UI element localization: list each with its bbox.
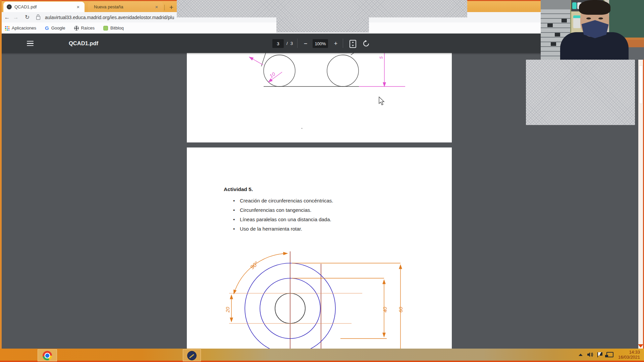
lock-icon xyxy=(36,16,40,20)
taskbar-qcad-icon[interactable] xyxy=(187,351,197,360)
dimension-label-20: 20 xyxy=(225,307,230,313)
apps-grid-icon xyxy=(5,26,9,31)
page-count: / 3 xyxy=(286,41,293,46)
taskbar-clock[interactable]: 14:33 16/03/2021 xyxy=(618,350,640,360)
speaker-icon[interactable] xyxy=(587,352,593,358)
bookmark-label: Aplicaciones xyxy=(12,25,36,31)
forward-button[interactable]: → xyxy=(11,14,20,21)
tab-close-icon[interactable]: × xyxy=(75,4,81,10)
globe-icon xyxy=(74,26,79,31)
zoom-in-button[interactable]: + xyxy=(331,39,340,48)
bookmark-raices[interactable]: Raíces xyxy=(74,25,95,31)
webcam-video xyxy=(541,0,644,60)
clock-time: 14:33 xyxy=(618,350,640,355)
drawer-cell xyxy=(555,33,560,37)
tab-title: QCAD1.pdf xyxy=(14,4,75,9)
tab-separator xyxy=(164,5,165,10)
bookmark-bitbloq[interactable]: Bitbloq xyxy=(103,25,124,31)
zoom-level[interactable]: 100% xyxy=(313,39,328,48)
drawer-cell xyxy=(547,23,553,27)
bookmark-aplicaciones[interactable]: Aplicaciones xyxy=(0,25,36,31)
person-hair xyxy=(579,0,610,15)
bookmark-label: Bitbloq xyxy=(110,25,124,31)
network-icon[interactable] xyxy=(606,352,613,357)
url-text[interactable]: aulavirtual33.educa.madrid.org/ies.aveni… xyxy=(45,15,174,20)
back-button[interactable]: ← xyxy=(3,14,11,21)
pdf-page-3-main: Actividad 5. • Creación de circunferenci… xyxy=(187,147,452,349)
drawer-cell xyxy=(561,19,567,22)
mouse-cursor xyxy=(378,97,386,107)
concentric-circles-drawing: 20 40 60 90° xyxy=(187,147,452,349)
drawer-cell xyxy=(551,42,556,46)
person-eye xyxy=(598,17,603,19)
reload-button[interactable]: ↻ xyxy=(23,14,32,21)
bookmark-label: Google xyxy=(51,25,65,31)
system-tray: 14:33 16/03/2021 xyxy=(579,349,644,361)
partial-dimension-label: 5 xyxy=(379,56,384,59)
window-left-border xyxy=(0,0,2,349)
scrollbar-thumb[interactable] xyxy=(639,65,643,104)
pdf-page-3-top: 10 5 xyxy=(187,53,452,142)
radius-dimension-label: 10 xyxy=(268,71,276,79)
zoom-out-button[interactable]: − xyxy=(301,39,310,48)
screen: QCAD1.pdf × Nueva pestaña × + ← → ↻ aula… xyxy=(0,0,644,362)
rotate-button[interactable] xyxy=(362,40,370,49)
angle-dimension-label: 90° xyxy=(249,260,260,270)
pdf-menu-button[interactable] xyxy=(27,41,34,46)
bookmark-label: Raíces xyxy=(81,25,95,31)
dimension-label-40: 40 xyxy=(382,307,388,312)
scrollbar-down-arrow-icon[interactable] xyxy=(638,344,643,348)
action-center-flag-icon[interactable] xyxy=(597,352,602,357)
new-tab-button[interactable]: + xyxy=(167,3,176,12)
dimension-label-60: 60 xyxy=(398,307,404,312)
redacted-region-toolbar xyxy=(276,17,369,33)
redacted-region-top xyxy=(177,0,467,17)
tab-qcad1-pdf[interactable]: QCAD1.pdf × xyxy=(3,2,85,12)
stray-dot xyxy=(302,128,303,129)
taskbar-chrome-icon[interactable] xyxy=(43,351,52,360)
google-g-icon: G xyxy=(45,25,49,31)
tab-close-icon[interactable]: × xyxy=(154,4,160,10)
page-number-input[interactable]: 3 xyxy=(272,39,284,48)
pdf-doc-title: QCAD1.pdf xyxy=(69,40,98,47)
toolbar-divider xyxy=(343,39,343,48)
tab-nueva-pestana[interactable]: Nueva pestaña × xyxy=(88,2,163,12)
bitbloq-icon xyxy=(103,26,108,31)
page-total: 3 xyxy=(290,41,293,46)
pdf-favicon-icon xyxy=(7,4,12,9)
clock-date: 16/03/2021 xyxy=(618,355,640,360)
redacted-region-side xyxy=(526,60,635,125)
person-eye xyxy=(586,17,591,19)
tab-title: Nueva pestaña xyxy=(94,4,154,9)
page-divider: / xyxy=(286,41,288,46)
bookmark-google[interactable]: G Google xyxy=(45,25,65,31)
slot-drawing: 10 5 xyxy=(187,53,452,142)
taskbar xyxy=(0,349,644,362)
toolbar-divider xyxy=(297,39,298,48)
hidden-icons-chevron-icon[interactable] xyxy=(579,354,583,356)
fit-page-button[interactable] xyxy=(349,40,357,50)
